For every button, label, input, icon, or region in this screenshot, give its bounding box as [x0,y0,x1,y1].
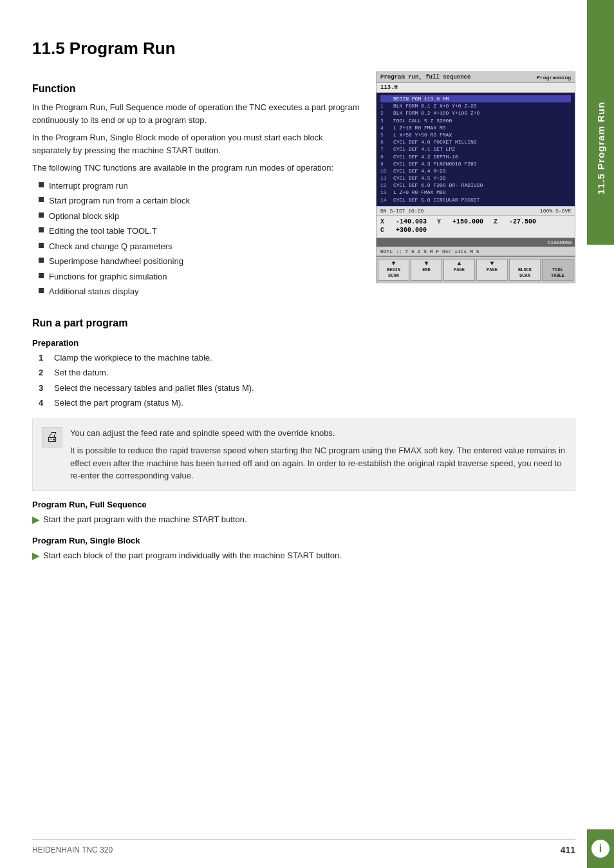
bottom-right-corner: i [587,829,614,868]
full-sequence-item: ▶ Start the part program with the machin… [32,513,575,527]
coord-row-xy: X -140.003 Y +150.000 Z -27.500 [380,218,571,225]
bullet-icon [39,197,44,202]
code-line-active: BEGIN PGM 113.H MM [380,95,571,102]
screen-filename: 113.H [377,83,575,93]
main-content: 11.5 Program Run Function In the Program… [32,0,575,604]
softkey-block-scan[interactable]: BLOCKSCAN [509,259,541,281]
chapter-title: 11.5 Program Run [32,39,575,59]
chapter-number: 11.5 [32,39,65,58]
function-para3: The following TNC functions are availabl… [32,162,363,175]
status-line2: 100% S-OVR [540,208,571,214]
function-para2: In the Program Run, Single Block mode of… [32,131,363,156]
arrow-icon [543,261,572,267]
softkey-label: PAGE [487,267,498,272]
step-number: 3 [39,382,49,395]
code-line: 11 CYCL DEF 4.5 Y+30 [380,175,571,182]
softkey-page-down[interactable]: ▼ PAGE [476,259,508,281]
c-label: C [380,227,391,234]
arrow-icon: ▲ [445,261,474,267]
single-block-heading: Program Run, Single Block [32,536,575,545]
z-label: Z [494,218,504,225]
note-icon: 🖨 [42,427,62,448]
softkey-end[interactable]: ▼ END [411,259,442,281]
code-line: 2 BLK FORM 0.2 X+100 Y+100 Z+0 [380,109,571,117]
arrow-icon: ▶ [32,513,39,527]
x-value: -140.003 [396,218,427,225]
list-item: 2 Set the datum. [39,366,575,379]
screen-header: Program run, full sequence Programming [377,72,575,83]
run-program-heading: Run a part program [32,317,575,329]
softkey-tool-table[interactable]: TOOLTABLE [542,259,573,281]
list-item: 1 Clamp the workpiece to the machine tab… [39,352,575,364]
code-line: 7 CYCL DEF 4.1 SET LPZ [380,146,571,153]
side-tab-label: 11.5 Program Run [595,102,606,194]
code-line: 3 TOOL CALL 5 Z S2000 [380,117,571,124]
function-para1: In the Program Run, Full Sequence mode o… [32,101,363,126]
code-line: 6 CYCL DEF 4.0 POCKET MILLING [380,138,571,146]
screen-title: Program run, full sequence [380,74,470,80]
list-item: Editing the tool table TOOL.T [39,225,363,238]
arrow-icon: ▼ [478,261,507,267]
top-right-corner [587,0,614,52]
softkey-label: TOOLTABLE [551,267,564,278]
function-bullet-list: Interrupt program run Start program run … [39,180,363,298]
arrow-icon: ▼ [412,261,441,267]
screen-status: BN S-IST 10:20 100% S-OVR [377,206,575,215]
list-item: Functions for graphic simulation [39,270,363,283]
softkey-label: BEGINSCAN [387,267,400,278]
list-item: Interrupt program run [39,180,363,193]
function-section: Function In the Program Run, Full Sequen… [32,71,575,302]
step-number: 4 [39,397,49,410]
screen-rotl: ROTL :: T S Z S M F Ovr lits M S [377,247,575,256]
single-block-text: Start each block of the part program ind… [43,549,342,562]
chapter-side-tab: 11.5 Program Run [587,52,614,245]
list-item: 3 Select the necessary tables and pallet… [39,382,575,395]
preparation-steps: 1 Clamp the workpiece to the machine tab… [39,352,575,410]
code-line: 13 L Z+0 R0 FMAX M99 [380,189,571,196]
softkey-label: PAGE [454,267,465,272]
softkey-label: BLOCKSCAN [518,267,532,278]
softkey-begin-scan[interactable]: ▼ BEGINSCAN [378,259,409,281]
list-item: 4 Select the part program (status M). [39,397,575,410]
full-sequence-text: Start the part program with the machine … [43,513,247,526]
full-sequence-heading: Program Run, Full Sequence [32,500,575,509]
code-line: 1 BLK FORM 0.1 Z X+0 Y+0 Z-20 [380,102,571,109]
step-text: Select the necessary tables and pallet f… [54,382,254,395]
code-line: 12 CYCL DEF 6.0 F300 DR- RADIUS0 [380,182,571,189]
list-item: Optional block skip [39,210,363,223]
step-text: Set the datum. [54,366,109,379]
function-heading: Function [32,83,363,95]
screen-mode: Programming [537,75,571,80]
bullet-icon [39,227,44,232]
status-line1: BN S-IST 10:20 [380,208,423,214]
screen-softkeys: ▼ BEGINSCAN ▼ END ▲ PAGE ▼ PAGE [377,256,575,283]
softkey-label: END [422,267,431,272]
list-item: Start program run from a certain block [39,194,363,207]
z-value: -27.500 [509,218,536,225]
brand-name: HEIDENHAIN TNC 320 [32,845,113,854]
note-line2: It is possible to reduce the rapid trave… [70,444,566,482]
code-line: 8 CYCL DEF 4.2 DEPTH-10 [380,153,571,160]
arrow-icon: ▼ [379,261,408,267]
note-box: 🖨 You can adjust the feed rate and spind… [32,419,575,491]
coord-row-c: C +360.000 [380,227,571,234]
code-line: 10 CYCL DEF 4.4 R+20 [380,167,571,175]
note-line1: You can adjust the feed rate and spindle… [70,427,566,440]
function-left-col: Function In the Program Run, Full Sequen… [32,71,363,302]
screen-coords: X -140.003 Y +150.000 Z -27.500 C +360.0… [377,215,575,238]
bullet-icon [39,243,44,248]
list-item: Superimpose handwheel positioning [39,255,363,268]
step-text: Clamp the workpiece to the machine table… [54,352,212,364]
page-number: 411 [561,845,575,855]
list-item: Additional status display [39,285,363,298]
step-number: 2 [39,366,49,379]
code-line: 9 CYCL DEF 4.3 PLNGNG010 F393 [380,160,571,167]
bullet-icon [39,288,44,293]
step-text: Select the part program (status M). [54,397,183,410]
y-value: +150.000 [452,218,483,225]
code-line: 14 CYCL DEF 5.0 CIRCULAR POCKET [380,196,571,203]
arrow-icon: ▶ [32,549,39,563]
chapter-title-text: Program Run [70,39,176,58]
preparation-heading: Preparation [32,338,575,348]
softkey-page-up[interactable]: ▲ PAGE [443,259,475,281]
